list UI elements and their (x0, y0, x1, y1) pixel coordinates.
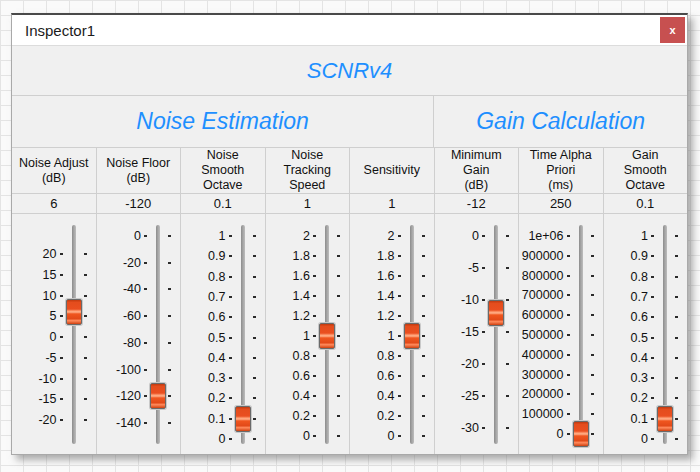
tick-label: 0.6 (208, 310, 225, 324)
tick-mark (313, 415, 316, 417)
param-value-noise-tracking-speed: 1 (266, 194, 350, 214)
tick-label: 0.5 (208, 331, 225, 345)
tick-mark (567, 334, 570, 336)
tick-label: 0.6 (631, 310, 648, 324)
param-label-line: (dB) (126, 171, 150, 186)
tick-label: 0 (50, 330, 57, 344)
tick-mark (60, 357, 63, 359)
tick-mark (313, 275, 316, 277)
tick-mark (168, 342, 171, 344)
param-label-line: Gain (463, 163, 489, 178)
tick-mark (675, 397, 678, 399)
tick-mark (253, 255, 256, 257)
tick-label: 800000 (522, 269, 564, 283)
tick-label: 0 (388, 429, 395, 443)
tick-mark (591, 413, 594, 415)
close-button[interactable]: x (660, 17, 685, 43)
slider-time-alpha-priori: 1e+0690000080000070000060000050000040000… (519, 214, 603, 454)
slider-thumb[interactable] (235, 406, 251, 432)
tick-mark (84, 357, 87, 359)
tick-mark (567, 393, 570, 395)
tick-mark (313, 235, 316, 237)
tick-mark (60, 253, 63, 255)
tick-mark (144, 235, 147, 237)
tick-mark (422, 355, 425, 357)
tick-mark (229, 337, 232, 339)
tick-mark (398, 435, 401, 437)
param-label-line: Octave (625, 178, 665, 193)
tick-mark (422, 335, 425, 337)
tick-mark (337, 395, 340, 397)
tick-mark (398, 235, 401, 237)
param-label-line: Minimum (451, 148, 502, 163)
tick-label: 900000 (522, 249, 564, 263)
tick-mark (84, 398, 87, 400)
tick-mark (229, 418, 232, 420)
tick-label: 600000 (522, 308, 564, 322)
titlebar[interactable]: Inspector1 x (12, 15, 687, 46)
tick-mark (422, 315, 425, 317)
tick-label: 200000 (522, 387, 564, 401)
tick-label: 0.9 (208, 249, 225, 263)
slider-track[interactable] (72, 225, 76, 444)
tick-mark (253, 316, 256, 318)
slider-thumb[interactable] (319, 323, 335, 349)
tick-mark (506, 331, 509, 333)
tick-mark (675, 337, 678, 339)
tick-mark (422, 235, 425, 237)
tick-mark (506, 395, 509, 397)
param-label-noise-tracking-speed: NoiseTrackingSpeed (266, 148, 350, 194)
tick-mark (567, 354, 570, 356)
tick-mark (144, 369, 147, 371)
slider-thumb[interactable] (66, 299, 82, 325)
tick-mark (168, 315, 171, 317)
tick-label: 0.8 (208, 270, 225, 284)
tick-label: -20 (461, 357, 479, 371)
tick-mark (675, 316, 678, 318)
tick-label: 1.8 (293, 249, 310, 263)
tick-mark (651, 255, 654, 257)
tick-mark (675, 296, 678, 298)
tick-mark (84, 378, 87, 380)
tick-label: 0.2 (631, 391, 648, 405)
tick-mark (337, 275, 340, 277)
param-label-gain-smooth-octave: GainSmoothOctave (604, 148, 688, 194)
tick-mark (398, 315, 401, 317)
tick-mark (60, 274, 63, 276)
slider-track[interactable] (494, 225, 498, 444)
param-label-line: (dB) (42, 171, 66, 186)
slider-thumb[interactable] (150, 383, 166, 409)
tick-label: 20 (43, 247, 57, 261)
param-label-line: Smooth (201, 163, 244, 178)
slider-thumb[interactable] (657, 406, 673, 432)
tick-label: 100000 (522, 407, 564, 421)
tick-mark (506, 363, 509, 365)
tick-label: 0.4 (208, 351, 225, 365)
tick-label: -40 (123, 282, 141, 296)
tick-label: -20 (123, 256, 141, 270)
slider-thumb[interactable] (488, 300, 504, 326)
tick-mark (398, 415, 401, 417)
slider-thumb[interactable] (573, 421, 589, 447)
tick-mark (84, 419, 87, 421)
tick-mark (168, 422, 171, 424)
tick-label: 0.3 (208, 371, 225, 385)
tick-mark (84, 274, 87, 276)
param-label-line: Smooth (624, 163, 667, 178)
slider-track[interactable] (156, 225, 160, 444)
slider-thumb[interactable] (404, 323, 420, 349)
tick-mark (506, 299, 509, 301)
slider-track[interactable] (579, 225, 583, 444)
tick-mark (422, 395, 425, 397)
tick-label: 1.2 (293, 309, 310, 323)
tick-mark (313, 335, 316, 337)
tick-mark (337, 255, 340, 257)
tick-mark (60, 336, 63, 338)
param-label-line: Noise (291, 148, 323, 163)
param-column-noise-tracking-speed: NoiseTrackingSpeed121.81.61.41.210.80.60… (266, 148, 351, 454)
tick-mark (651, 397, 654, 399)
tick-label: 500000 (522, 328, 564, 342)
tick-label: 1.6 (293, 269, 310, 283)
tick-mark (675, 418, 678, 420)
tick-label: -10 (461, 293, 479, 307)
